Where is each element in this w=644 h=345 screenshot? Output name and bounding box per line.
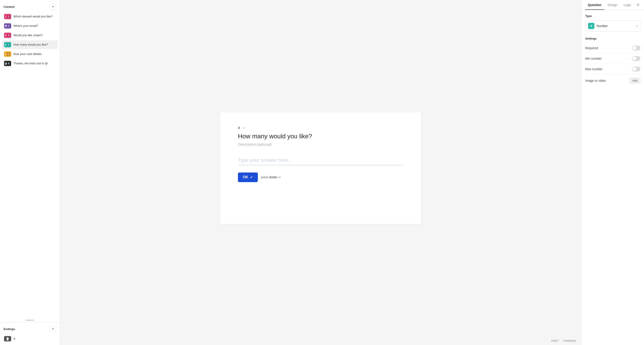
add-endings-button[interactable]: + [50,326,56,332]
type-chevron-icon: ▾ [636,24,638,27]
ok-button[interactable]: OK ✓ [238,172,258,182]
press-label: press [261,175,268,179]
type-section-label: Type [585,14,640,18]
item-3-icon: ✓ [5,34,7,37]
image-video-row: Image or video Add [585,74,640,87]
item-4-text: How many would you like? [14,43,56,47]
setting-max-label: Max number [585,67,603,71]
add-content-button[interactable]: + [50,3,56,10]
type-hash-icon: # [590,24,592,28]
item-5-text: Now your card details. [14,52,56,56]
tab-design[interactable]: Design [605,0,620,10]
sidebar-item-3[interactable]: ✓ 3 Would you like cream? [2,31,58,40]
item-4-badge: # 4 [4,42,11,47]
setting-required-row: Required [585,43,640,53]
item-6-text: Thanks, the total cost is @ [14,62,56,65]
image-video-label: Image or video [585,79,606,82]
settings-label: Settings [585,37,640,40]
item-3-badge: ✓ 3 [4,33,11,38]
endings-label: Endings [4,327,15,331]
question-number: 4 [238,126,240,130]
question-arrow-icon: → [242,126,245,130]
right-panel-body: Type # Number ▾ Settings Required Min nu… [582,10,644,345]
item-3-number: 3 [7,34,10,37]
content-label: Content [4,5,14,8]
type-selector[interactable]: # Number ▾ [585,20,640,31]
item-2-icon: ✉ [5,24,7,27]
endings-section: Endings + ▐▌ A [0,322,60,345]
item-6-icon: ◑ [5,62,7,65]
settings-section: Settings Required Min number Max number … [585,37,640,87]
ok-row: OK ✓ press Enter ↵ [238,172,404,182]
ok-label: OK [243,175,248,179]
press-enter-text: press Enter ↵ [261,175,281,179]
item-5-number: 5 [6,52,10,56]
enter-icon: ↵ [278,175,281,179]
type-label: Number [596,24,634,28]
tab-question[interactable]: Question [585,0,604,10]
sidebar-item-2[interactable]: ✉ 2 What's your email? [2,21,58,30]
question-description: Description (optional) [238,143,404,147]
setting-required-label: Required [585,46,598,50]
sidebar-item-4[interactable]: # 4 How many would you like? [2,40,58,49]
max-number-toggle[interactable] [632,67,640,71]
setting-min-label: Min number [585,57,602,60]
ending-a-badge: ▐▌ [4,336,11,342]
item-1-badge: ✓ 1 [4,14,11,19]
ending-a-label: A [14,337,56,341]
sidebar: Content + ✓ 1 Which dessert would you li… [0,0,60,345]
type-icon-box: # [588,23,594,29]
question-title: How many would you like? [238,132,404,140]
gear-icon[interactable]: ⚙ [636,0,640,9]
canvas-area: 4 → How many would you like? Description… [60,0,582,336]
content-header: Content + [0,0,60,12]
sidebar-item-list: ✓ 1 Which dessert would you like? ✉ 2 Wh… [0,12,60,319]
question-number-row: 4 → [238,126,404,130]
enter-label: Enter [270,175,278,179]
ending-a-icon: ▐▌ [6,338,10,340]
item-6-badge: ◑ 6 [4,61,11,66]
endings-header: Endings + [0,322,60,334]
right-panel-tabs: Question Design Logic ⚙ [582,0,644,10]
item-4-number: 4 [6,43,10,46]
item-1-icon: ✓ [5,15,7,18]
item-2-text: What's your email? [14,24,56,28]
question-card: 4 → How many would you like? Description… [220,112,421,224]
answer-input[interactable] [238,156,404,165]
item-6-number: 6 [7,62,10,65]
scroll-indicator [0,319,60,322]
sidebar-item-5[interactable]: ≡ 5 Now your card details. [2,50,58,58]
tab-logic[interactable]: Logic [621,0,634,10]
feedback-link[interactable]: Feedback [563,339,576,342]
sidebar-item-6[interactable]: ◑ 6 Thanks, the total cost is @ [2,59,58,68]
add-media-button[interactable]: Add [630,77,640,84]
setting-min-row: Min number [585,53,640,64]
min-number-toggle[interactable] [632,56,640,61]
item-3-text: Would you like cream? [14,33,56,37]
main-area: 4 → How many would you like? Description… [60,0,582,345]
setting-max-row: Max number [585,64,640,74]
item-1-number: 1 [7,15,10,18]
ok-check-icon: ✓ [250,175,253,179]
item-2-number: 2 [7,24,10,27]
item-1-text: Which dessert would you like? [14,15,56,18]
item-5-badge: ≡ 5 [4,51,11,57]
footer-links: Help? Feedback [60,336,582,345]
help-link[interactable]: Help? [551,339,559,342]
item-2-badge: ✉ 2 [4,23,11,28]
ending-item-a[interactable]: ▐▌ A [0,334,60,343]
scroll-pill [26,320,34,321]
right-panel: Question Design Logic ⚙ Type # Number ▾ … [582,0,644,345]
required-toggle[interactable] [632,45,640,50]
sidebar-item-1[interactable]: ✓ 1 Which dessert would you like? [2,12,58,21]
